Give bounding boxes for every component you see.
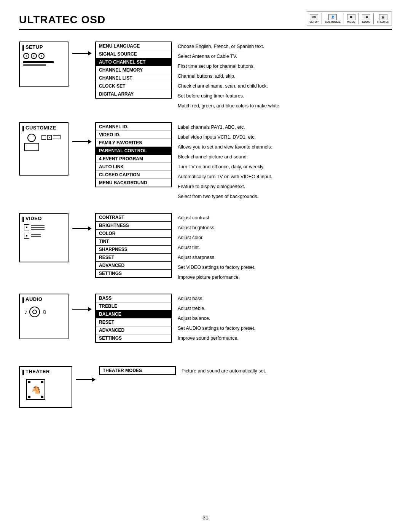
audio-desc-item-3: Set AUDIO settings to factory preset. [178, 323, 255, 333]
video-label-bar: VIDEO [22, 216, 42, 223]
video-line-3 [31, 229, 45, 230]
video-desc-list: Adjust contrast.Adjust brightness.Adjust… [178, 213, 255, 282]
audio-arrow-line [72, 309, 91, 310]
customize-desc-item-3: Block channel picture and sound. [178, 152, 272, 162]
strip-audio: ♪◉ AUDIO [362, 14, 371, 23]
setup-icon-box: SETUP [19, 42, 68, 87]
customize-menu-item-3: PARENTAL CONTROL [96, 147, 172, 155]
strip-audio-icon: ♪◉ [362, 14, 370, 20]
setup-line-2 [23, 64, 46, 66]
page-number: 31 [19, 514, 392, 521]
setup-line-1 [23, 61, 54, 63]
customize-content: CHANNEL ID.VIDEO ID.FAMILY FAVORITESPARE… [95, 122, 272, 201]
video-arrow [68, 228, 95, 229]
video-menu-table: CONTRASTBRIGHTNESSCOLORTINTSHARPNESSRESE… [95, 213, 172, 278]
video-rect-1 [24, 224, 29, 230]
theater-arrow-line [76, 379, 95, 380]
strip-customize: 👤 CUSTOMIZE [325, 14, 341, 23]
video-icon-box: VIDEO [19, 213, 68, 262]
audio-desc-item-2: Adjust balance. [178, 313, 255, 323]
film-hole-tr [41, 381, 43, 383]
setup-desc-list: Choose English, French, or Spanish text.… [178, 42, 280, 111]
audio-menu-item-4: ADVANCED [96, 326, 172, 334]
audio-arrow [68, 309, 95, 310]
audio-icon-box: AUDIO ♪ ♫ [19, 294, 68, 339]
theater-menu-item-0: THEATER MODES [100, 367, 175, 375]
audio-desc-item-4: Improve sound performance. [178, 333, 255, 343]
setup-menu-item-5: CLOCK SET [96, 82, 172, 90]
speaker-circle [29, 307, 40, 317]
setup-menu-table: MENU LANGUAGESIGNAL SOURCEAUTO CHANNEL S… [95, 42, 172, 99]
customize-mode-label: CUSTOMIZE [25, 125, 56, 131]
strip-video-label: VIDEO [347, 21, 355, 23]
strip-divider-3 [358, 13, 359, 24]
spacer [19, 355, 392, 366]
film-holes-bottom [28, 396, 43, 398]
strip-setup-label: SETUP [309, 21, 318, 23]
setup-label-bar: SETUP [22, 44, 43, 51]
customize-desc-item-0: Label channels PAY1, ABC, etc. [178, 122, 272, 132]
audio-menu-item-1: TREBLE [96, 302, 172, 310]
setup-mode-label: SETUP [25, 44, 43, 50]
customize-desc-list: Label channels PAY1, ABC, etc.Label vide… [178, 122, 272, 201]
video-desc-item-0: Adjust contrast. [178, 213, 255, 223]
audio-section: AUDIO ♪ ♫ BASSTREBLEBALANCERESETADVANCED… [19, 294, 392, 343]
video-lines [31, 225, 45, 230]
video-desc-item-3: Adjust tint. [178, 243, 255, 252]
audio-menu-item-5: SETTINGS [96, 334, 172, 342]
theater-desc-list: Picture and sound are automatically set. [182, 366, 266, 376]
cust-x-icon: × [47, 135, 52, 140]
strip-setup-icon: ⊙⊙ [310, 14, 318, 20]
theater-label-bar: THEATER [22, 369, 50, 376]
setup-desc-item-3: Channel buttons, add, skip. [178, 71, 280, 81]
film-hole-br [41, 396, 43, 398]
strip-theater: 🎬 THEATER [377, 14, 389, 23]
strip-theater-label: THEATER [377, 21, 389, 23]
customize-small-items: × [41, 135, 61, 140]
video-menu-item-4: SHARPNESS [96, 246, 172, 254]
film-strip: 🐴 [26, 379, 45, 400]
video-menu-item-6: ADVANCED [96, 262, 172, 270]
knob-1 [23, 53, 29, 59]
knob-3 [38, 53, 45, 59]
video-inner [24, 224, 45, 239]
person-body [24, 143, 39, 151]
setup-desc-item-2: First time set up for channel buttons. [178, 61, 280, 71]
setup-desc-item-4: Check channel name, scan, and child lock… [178, 81, 280, 91]
knob-2 [31, 53, 37, 59]
customize-menu-table: CHANNEL ID.VIDEO ID.FAMILY FAVORITESPARE… [95, 122, 172, 187]
video-menu-item-0: CONTRAST [96, 214, 172, 222]
customize-icon-box: CUSTOMIZE × [19, 122, 68, 176]
video-desc-item-5: Set VIDEO settings to factory preset. [178, 262, 255, 272]
customize-menu-item-0: CHANNEL ID. [96, 123, 172, 131]
theater-arrow [72, 379, 99, 380]
strip-audio-label: AUDIO [362, 21, 371, 23]
strip-divider-4 [373, 13, 374, 24]
customize-arrow-line [72, 141, 91, 142]
customize-desc-item-2: Allows you to set and view favorite chan… [178, 142, 272, 152]
video-rect-2 [24, 233, 29, 239]
setup-menu-item-4: CHANNEL LIST [96, 74, 172, 82]
strip-customize-icon: 👤 [328, 14, 337, 20]
audio-menu-item-2: BALANCE [96, 310, 172, 318]
video-arrow-line [72, 228, 91, 229]
video-dot-1 [26, 227, 27, 228]
video-menu-item-3: TINT [96, 238, 172, 246]
setup-desc-item-1: Select Antenna or Cable TV. [178, 51, 280, 61]
page-header: ULTRATEC OSD ⊙⊙ SETUP 👤 CUSTOMIZE ▣ VIDE… [19, 11, 392, 30]
video-line-short-2 [31, 236, 41, 237]
video-section: VIDEO [19, 213, 392, 282]
video-desc-item-1: Adjust brightness. [178, 223, 255, 233]
theater-desc-item-0: Picture and sound are automatically set. [182, 366, 266, 376]
theater-content: THEATER MODES Picture and sound are auto… [99, 366, 266, 376]
setup-menu-item-1: SIGNAL SOURCE [96, 50, 172, 58]
video-rect-row-2 [24, 233, 45, 239]
audio-desc-item-1: Adjust treble. [178, 304, 255, 313]
setup-desc-item-0: Choose English, French, or Spanish text. [178, 42, 280, 51]
customize-desc-item-7: Select from two types of backgrounds. [178, 192, 272, 201]
video-lines-2 [31, 234, 41, 237]
video-content: CONTRASTBRIGHTNESSCOLORTINTSHARPNESSRESE… [95, 213, 255, 282]
video-desc-item-4: Adjust sharpness. [178, 252, 255, 262]
film-hole-tl [28, 381, 30, 383]
audio-mode-label: AUDIO [25, 296, 42, 302]
